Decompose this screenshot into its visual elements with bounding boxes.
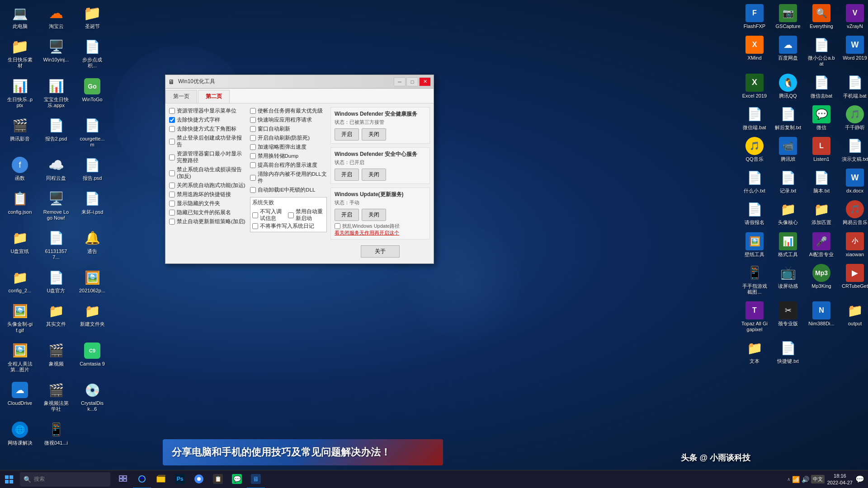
check-speed-thumbnail[interactable] <box>250 144 256 150</box>
desktop-icon-add-config[interactable]: 📁 添加匹置 <box>806 198 837 227</box>
desktop-icon-crtubeget[interactable]: ▶ CRTubeGet <box>840 262 868 297</box>
update-open-button[interactable]: 开启 <box>335 209 359 221</box>
taskbar-app-edge[interactable] <box>133 470 151 488</box>
tray-lang[interactable]: 中文 <box>811 475 825 483</box>
check-show-menubar[interactable] <box>169 108 175 114</box>
defender-health-close-button[interactable]: 关闭 <box>362 128 386 141</box>
taskbar-app-taskview[interactable] <box>114 470 132 488</box>
desktop-icon-screen-anim[interactable]: 📺 读屏动感 <box>773 262 803 297</box>
desktop-icon-birthday-material[interactable]: 📁 生日快乐素材 <box>5 36 35 70</box>
desktop-icon-gscapture[interactable]: 📷 GSCapture <box>773 2 803 31</box>
update-close-button[interactable]: 关闭 <box>362 209 386 221</box>
update-path-checkbox[interactable] <box>335 223 340 229</box>
minimize-button[interactable]: ─ <box>394 77 406 86</box>
desktop-icon-tengxun-video[interactable]: 🎬 腾讯影音 <box>5 115 35 150</box>
check-auto-unload-ie-dll[interactable] <box>250 187 256 193</box>
check-no-debug[interactable] <box>252 212 258 218</box>
desktop-icon-new-folder[interactable]: 📁 新建文件夹 <box>77 300 108 335</box>
check-disable-error-report[interactable] <box>169 170 175 176</box>
maximize-button[interactable]: □ <box>406 77 418 86</box>
check-clear-dll[interactable] <box>250 175 256 181</box>
desktop-icon-xiang-video2[interactable]: 🎬 象视频法第学社 <box>41 379 71 414</box>
tray-volume[interactable]: 🔊 <box>802 476 809 483</box>
desktop-icon-birthday-pptx[interactable]: 📊 生日快乐..pptx <box>5 75 35 110</box>
check-disable-bad-shortcut[interactable] <box>169 192 175 197</box>
taskbar-app-active-app[interactable]: 🖥 <box>247 470 265 488</box>
desktop-icon-network-class[interactable]: 🌐 网络课解决 <box>5 419 35 448</box>
desktop-icon-excel2019[interactable]: X Excel 2019 <box>739 72 770 101</box>
desktop-icon-person-photo[interactable]: 🖼️ 全程人美法第...图片 <box>5 340 35 375</box>
desktop-icon-vzrayn[interactable]: V vZrayN <box>840 2 868 31</box>
desktop-icon-other-files[interactable]: 📁 其实文件 <box>41 300 71 335</box>
desktop-icon-u-disk2[interactable]: 📄 U盘官方 <box>41 267 71 296</box>
desktop-icon-baby-pptx[interactable]: 📊 宝宝生日快乐.appx <box>41 75 71 110</box>
check-remove-shortcut-icon[interactable] <box>169 126 175 132</box>
desktop-icon-report-psd[interactable]: 📄 报告2.psd <box>41 115 71 150</box>
desktop-icon-wenben[interactable]: 📁 文本 <box>739 337 770 366</box>
tab-page1[interactable]: 第一页 <box>165 90 197 103</box>
desktop-icon-steps[interactable]: 📄 步步点成积... <box>77 36 108 70</box>
desktop-icon-micro-bat[interactable]: 📄 微小公公a.bat <box>806 34 837 69</box>
check-show-hidden-folder[interactable] <box>169 201 175 206</box>
desktop-icon-camtasia[interactable]: C9 Camtasia 9 <box>77 340 108 375</box>
desktop-icon-crystaldisk[interactable]: 💿 CrystalDisk...6 <box>77 379 108 414</box>
desktop-icon-qq[interactable]: 🐧 腾讯QQ <box>773 72 803 101</box>
desktop-icon-jiehoucopy-txt[interactable]: 📄 解后复制.txt <box>773 103 803 132</box>
taskbar-app-unknown1[interactable]: 📋 <box>209 470 227 488</box>
desktop-icon-u-disk[interactable]: 📁 U盘宣纸 <box>5 227 35 262</box>
tab-page2[interactable]: 第二页 <box>198 90 230 103</box>
check-foreground-speed[interactable] <box>250 162 256 168</box>
desktop-icon-baidu-disk[interactable]: ☁ 百度网盘 <box>773 34 803 69</box>
taskbar-search-box[interactable]: 🔍 搜索 <box>20 472 110 487</box>
taskbar-app-photoshop[interactable]: Ps <box>171 470 189 488</box>
desktop-icon-xiaowan[interactable]: 小 xiaowan <box>840 230 868 259</box>
desktop-icon-avatar-core[interactable]: 📁 头像核心 <box>773 198 803 227</box>
desktop-icon-phone-bat[interactable]: 📄 手机端.bat <box>840 72 868 101</box>
tray-wifi[interactable]: 📶 <box>792 476 800 483</box>
desktop-icon-huai-psd[interactable]: 📄 来坏-i.psd <box>77 188 108 223</box>
check-disable-dump[interactable] <box>250 153 256 159</box>
start-button[interactable] <box>0 470 18 488</box>
desktop-icon-remove-logo[interactable]: 🖥️ Remove Logo Now! <box>41 188 71 223</box>
desktop-icon-qianjingtian[interactable]: 🎵 千千静听 <box>840 103 868 132</box>
close-button[interactable]: ✕ <box>419 77 431 86</box>
check-fast-response[interactable] <box>250 117 256 123</box>
taskbar-app-wechat[interactable]: 💬 <box>228 470 246 488</box>
check-full-path[interactable] <box>169 155 175 160</box>
desktop-icon-sheme-txt[interactable]: 📄 什么小.txt <box>739 167 770 196</box>
desktop-icon-weishi[interactable]: 📱 微视041...i <box>41 419 71 448</box>
desktop-icon-report2-psd[interactable]: 📄 报告.psd <box>77 154 108 183</box>
desktop-icon-netease-music[interactable]: 🎵 网易云音乐 <box>840 198 868 227</box>
check-max-priority[interactable] <box>250 108 256 114</box>
desktop-icon-tengxun-class[interactable]: 📹 腾讯班 <box>773 135 803 164</box>
desktop-icon-config2[interactable]: 📁 config_2... <box>5 267 35 296</box>
desktop-icon-weixin[interactable]: 💬 微信 <box>806 103 837 132</box>
desktop-icon-wallpaper-tool[interactable]: 🖼️ 壁纸工具 <box>739 230 770 259</box>
desktop-icon-phone-game[interactable]: 📱 手手指游戏截图... <box>739 262 770 297</box>
desktop-icon-win10[interactable]: 🖥️ Win10yinj... <box>41 36 71 70</box>
taskbar-app-explorer[interactable] <box>152 470 170 488</box>
desktop-icon-output[interactable]: 📁 output <box>840 300 868 334</box>
check-no-event-log[interactable] <box>252 223 258 229</box>
desktop-icon-christmas[interactable]: 📁 圣诞节 <box>77 2 108 31</box>
desktop-icon-shortcut-txt[interactable]: 📄 快捷键.txt <box>773 337 803 366</box>
desktop-icon-format-tool[interactable]: 📊 格式工具 <box>773 230 803 259</box>
desktop-icon-nim388[interactable]: N Nim388Di... <box>806 300 837 334</box>
desktop-icon-photo-062[interactable]: 🖼️ 2021062p... <box>77 267 108 296</box>
defender-health-open-button[interactable]: 开启 <box>335 128 359 141</box>
taskbar-app-chrome[interactable] <box>190 470 208 488</box>
desktop-icon-word2019[interactable]: W Word 2019 <box>840 34 868 69</box>
update-red-link[interactable]: 看关闭服务无作用再开启这个 <box>335 230 426 236</box>
desktop-icon-function[interactable]: f 函数 <box>5 154 35 183</box>
desktop-icon-config-json[interactable]: 📋 config.json <box>5 188 35 223</box>
desktop-icon-flashfxp[interactable]: F FlashFXP <box>739 2 770 31</box>
desktop-icon-mp3king[interactable]: Mp3 Mp3King <box>806 262 837 297</box>
check-open-auto-refresh[interactable] <box>250 135 256 141</box>
check-hide-ext[interactable] <box>169 210 175 216</box>
about-button[interactable]: 关于 <box>361 245 400 258</box>
desktop-icon-wintogo[interactable]: Go WinToGo <box>77 75 108 110</box>
check-auto-refresh[interactable] <box>250 126 256 132</box>
desktop-icon-brain-txt[interactable]: 📄 脑本.txt <box>806 167 837 196</box>
desktop-icon-topaz[interactable]: T Topaz All Gigapixel <box>739 300 770 334</box>
desktop-icon-xiang-video[interactable]: 🎬 象视频 <box>41 340 71 375</box>
